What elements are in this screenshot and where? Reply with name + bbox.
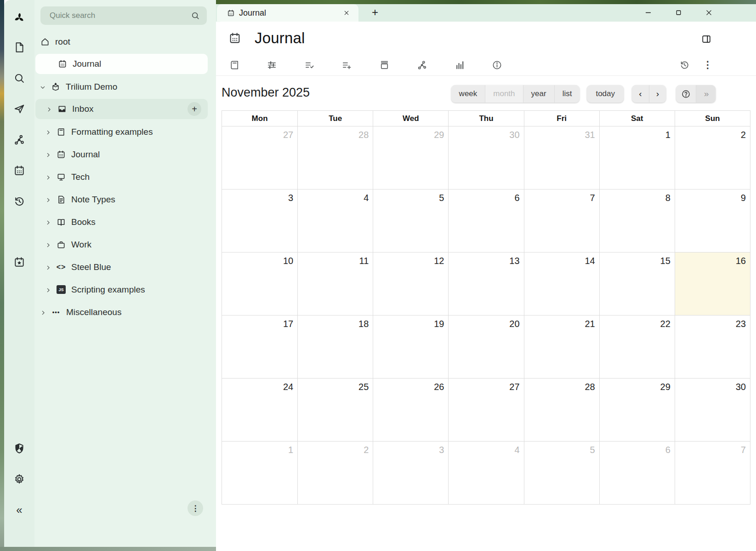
calendar-day-cell[interactable]: 6	[448, 189, 523, 252]
book-properties-icon[interactable]	[228, 59, 240, 71]
calendar-day-cell[interactable]: 17	[222, 315, 297, 378]
jump-to-icon[interactable]	[12, 102, 26, 116]
archive-icon[interactable]	[378, 59, 390, 71]
calendar-day-cell[interactable]: 12	[373, 252, 448, 315]
new-note-icon[interactable]	[12, 40, 26, 54]
today-button[interactable]: today	[587, 85, 624, 103]
calendar-day-cell[interactable]: 4	[297, 189, 373, 252]
note-map-icon[interactable]	[12, 133, 26, 147]
tree-item-trilium-demo[interactable]: Trilium Demo	[34, 75, 216, 98]
calendar-day-cell[interactable]: 3	[222, 189, 297, 252]
calendar-day-cell[interactable]: 9	[675, 189, 750, 252]
calendar-day-cell[interactable]: 27	[222, 126, 297, 189]
bookmarks-icon[interactable]	[12, 255, 26, 269]
calendar-day-cell[interactable]: 5	[524, 441, 599, 504]
search-icon[interactable]	[12, 71, 26, 85]
tree-more-options-button[interactable]: ⋮	[188, 500, 203, 516]
chevron-right-icon[interactable]	[45, 128, 52, 136]
note-chart-icon[interactable]	[454, 59, 466, 71]
calendar-day-cell[interactable]: 19	[373, 315, 448, 378]
calendar-day-cell[interactable]: 6	[599, 441, 675, 504]
calendar-day-cell[interactable]: 14	[524, 252, 599, 315]
next-month-button[interactable]: ›	[649, 85, 666, 103]
calendar-day-cell[interactable]: 29	[599, 378, 675, 441]
chevron-right-icon[interactable]	[45, 173, 52, 181]
calendar-day-cell[interactable]: 7	[524, 189, 599, 252]
note-info-icon[interactable]	[491, 59, 503, 71]
expand-icon[interactable]: »	[696, 85, 716, 103]
calendar-day-cell[interactable]: 11	[297, 252, 373, 315]
help-icon[interactable]	[676, 85, 696, 103]
calendar-day-cell[interactable]: 23	[675, 315, 750, 378]
calendar-day-cell[interactable]: 31	[524, 126, 599, 189]
tree-item-steel-blue[interactable]: <>Steel Blue	[34, 256, 216, 278]
toggle-right-pane-icon[interactable]	[701, 34, 711, 44]
window-minimize-button[interactable]	[642, 6, 654, 18]
note-title[interactable]: Journal	[255, 29, 305, 47]
tree-item-tech[interactable]: Tech	[34, 166, 216, 188]
calendar-day-cell[interactable]: 13	[448, 252, 523, 315]
tree-item-books[interactable]: Books	[34, 211, 216, 233]
calendar-icon[interactable]	[12, 164, 26, 178]
calendar-day-cell[interactable]: 2	[297, 441, 373, 504]
calendar-day-cell[interactable]: 25	[297, 378, 373, 441]
calendar-day-cell[interactable]: 21	[524, 315, 599, 378]
tree-item-formatting-examples[interactable]: Formatting examples	[34, 121, 216, 143]
calendar-day-cell[interactable]: 2	[675, 126, 750, 189]
tab-close-icon[interactable]	[342, 8, 351, 17]
tree-item-note-types[interactable]: Note Types	[34, 188, 216, 211]
add-child-note-button[interactable]: +	[188, 102, 201, 116]
calendar-day-cell[interactable]: 18	[297, 315, 373, 378]
view-button-list[interactable]: list	[554, 85, 580, 103]
chevron-right-icon[interactable]	[45, 105, 53, 113]
calendar-day-cell[interactable]: 10	[222, 252, 297, 315]
protected-session-icon[interactable]	[12, 442, 26, 455]
calendar-day-cell[interactable]: 24	[222, 378, 297, 441]
view-button-week[interactable]: week	[451, 85, 485, 103]
tree-item-journal[interactable]: Journal	[35, 54, 208, 74]
calendar-day-cell[interactable]: 1	[599, 126, 675, 189]
recent-changes-icon[interactable]	[12, 195, 26, 208]
tree-item-miscellaneous[interactable]: •••Miscellaneous	[34, 301, 216, 323]
chevron-right-icon[interactable]	[45, 151, 52, 158]
tree-item-journal[interactable]: Journal	[34, 143, 216, 166]
new-tab-button[interactable]: +	[369, 6, 381, 19]
calendar-day-cell[interactable]: 27	[448, 378, 523, 441]
settings-icon[interactable]	[12, 472, 26, 486]
calendar-day-cell[interactable]: 29	[373, 126, 448, 189]
prev-month-button[interactable]: ‹	[632, 85, 649, 103]
chevron-down-icon[interactable]	[39, 83, 46, 91]
tree-item-scripting-examples[interactable]: JSScripting examples	[34, 278, 216, 301]
calendar-day-cell[interactable]: 5	[373, 189, 448, 252]
calendar-day-cell[interactable]: 15	[599, 252, 675, 315]
window-close-button[interactable]	[703, 6, 715, 18]
tree-item-inbox[interactable]: Inbox+	[35, 99, 208, 119]
calendar-day-cell[interactable]: 30	[448, 126, 523, 189]
chevron-right-icon[interactable]	[40, 309, 47, 316]
chevron-right-icon[interactable]	[45, 286, 52, 293]
note-revisions-icon[interactable]	[678, 59, 690, 71]
view-button-month[interactable]: month	[485, 85, 523, 103]
note-calendar-icon[interactable]	[228, 32, 241, 45]
calendar-day-today[interactable]: 16	[675, 252, 750, 315]
sliders-icon[interactable]	[266, 59, 278, 71]
tree-item-work[interactable]: Work	[34, 233, 216, 256]
search-input[interactable]	[40, 6, 207, 25]
calendar-day-cell[interactable]: 20	[448, 315, 523, 378]
calendar-day-cell[interactable]: 26	[373, 378, 448, 441]
calendar-day-cell[interactable]: 8	[599, 189, 675, 252]
chevron-right-icon[interactable]	[45, 241, 52, 248]
owned-attributes-icon[interactable]	[303, 59, 315, 71]
calendar-day-cell[interactable]: 22	[599, 315, 675, 378]
tab-journal[interactable]: Journal	[217, 4, 358, 22]
similar-notes-icon[interactable]	[416, 59, 428, 71]
calendar-day-cell[interactable]: 1	[222, 441, 297, 504]
calendar-day-cell[interactable]: 3	[373, 441, 448, 504]
calendar-day-cell[interactable]: 4	[448, 441, 523, 504]
search-icon[interactable]	[191, 11, 200, 20]
chevron-right-icon[interactable]	[45, 218, 52, 226]
calendar-day-cell[interactable]: 7	[675, 441, 750, 504]
calendar-day-cell[interactable]: 30	[675, 378, 750, 441]
chevron-right-icon[interactable]	[45, 196, 52, 203]
collapse-pane-icon[interactable]: «	[12, 503, 26, 517]
